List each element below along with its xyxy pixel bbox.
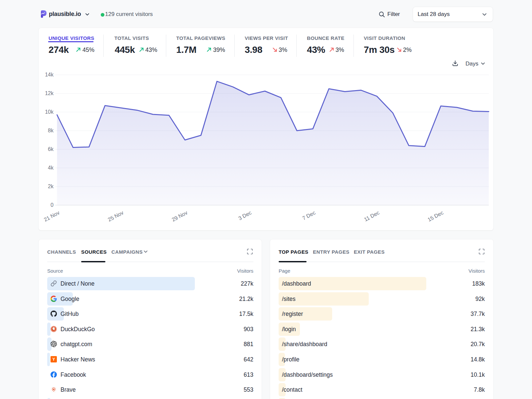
- svg-text:12k: 12k: [45, 90, 54, 96]
- svg-text:3 Dec: 3 Dec: [237, 210, 252, 221]
- svg-text:2k: 2k: [48, 184, 54, 189]
- svg-text:4k: 4k: [48, 165, 54, 171]
- svg-text:Y: Y: [52, 357, 55, 362]
- svg-text:8k: 8k: [48, 128, 54, 133]
- svg-text:25 Nov: 25 Nov: [107, 210, 125, 223]
- svg-text:6k: 6k: [48, 146, 54, 152]
- svg-text:15 Dec: 15 Dec: [427, 210, 444, 223]
- svg-text:11 Dec: 11 Dec: [363, 210, 380, 222]
- svg-text:21 Nov: 21 Nov: [43, 210, 61, 223]
- svg-text:29 Nov: 29 Nov: [171, 210, 189, 223]
- svg-text:7 Dec: 7 Dec: [302, 210, 317, 221]
- svg-text:10k: 10k: [45, 109, 54, 115]
- svg-text:0: 0: [51, 202, 54, 208]
- svg-text:14k: 14k: [45, 72, 54, 77]
